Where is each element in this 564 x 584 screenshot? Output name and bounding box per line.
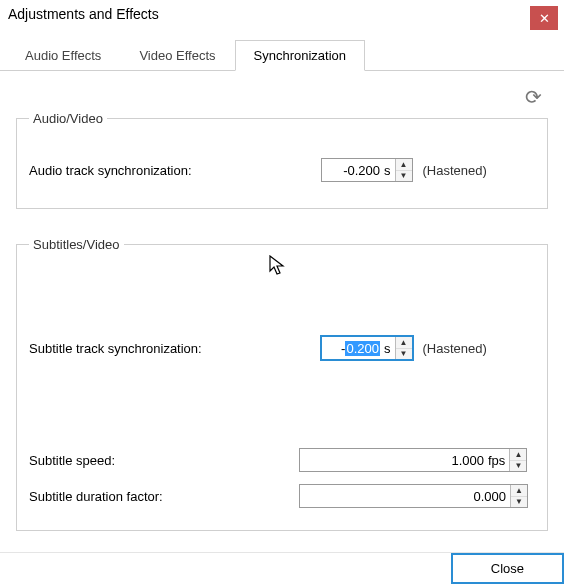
group-subtitles-video-legend: Subtitles/Video <box>29 237 124 252</box>
close-button[interactable]: Close <box>451 553 564 584</box>
audio-sync-status: (Hastened) <box>423 163 487 178</box>
subtitle-speed-spinner: ▲ ▼ <box>509 449 526 471</box>
audio-sync-spinner: ▲ ▼ <box>395 159 412 181</box>
tab-audio-effects[interactable]: Audio Effects <box>6 40 120 70</box>
tab-content: ⟳ Audio/Video Audio track synchronizatio… <box>0 71 564 531</box>
audio-sync-up[interactable]: ▲ <box>396 159 412 171</box>
subtitle-duration-up[interactable]: ▲ <box>511 485 527 497</box>
subtitle-sync-label: Subtitle track synchronization: <box>29 341 279 356</box>
subtitle-duration-down[interactable]: ▼ <box>511 497 527 508</box>
audio-sync-unit: s <box>384 163 395 178</box>
row-subtitle-duration: Subtitle duration factor: ▲ ▼ <box>29 484 535 508</box>
audio-sync-input[interactable] <box>322 159 384 181</box>
subtitle-speed-input[interactable] <box>300 449 488 471</box>
group-audio-video-legend: Audio/Video <box>29 111 107 126</box>
subtitle-sync-selection: 0.200 <box>345 341 380 356</box>
audio-sync-label: Audio track synchronization: <box>29 163 279 178</box>
subtitle-duration-spinner: ▲ ▼ <box>510 485 527 507</box>
tab-video-effects[interactable]: Video Effects <box>120 40 234 70</box>
subtitle-sync-spinbox[interactable]: -0.200 s ▲ ▼ <box>321 336 413 360</box>
bottom-bar: Close <box>0 552 564 584</box>
subtitle-sync-unit: s <box>384 341 395 356</box>
group-audio-video: Audio/Video Audio track synchronization:… <box>16 111 548 209</box>
row-subtitle-sync: Subtitle track synchronization: -0.200 s… <box>29 336 535 360</box>
close-icon[interactable]: ✕ <box>530 6 558 30</box>
audio-sync-down[interactable]: ▼ <box>396 171 412 182</box>
subtitle-duration-input[interactable] <box>300 485 510 507</box>
tab-synchronization[interactable]: Synchronization <box>235 40 366 71</box>
subtitle-sync-spinner: ▲ ▼ <box>395 337 412 359</box>
close-glyph: ✕ <box>539 11 550 26</box>
subtitle-sync-down[interactable]: ▼ <box>396 349 412 360</box>
subtitle-speed-spinbox[interactable]: fps ▲ ▼ <box>299 448 527 472</box>
titlebar: Adjustments and Effects ✕ <box>0 0 564 34</box>
subtitle-duration-spinbox[interactable]: ▲ ▼ <box>299 484 528 508</box>
refresh-icon[interactable]: ⟳ <box>525 85 542 109</box>
subtitle-speed-up[interactable]: ▲ <box>510 449 526 461</box>
group-subtitles-video: Subtitles/Video Subtitle track synchroni… <box>16 237 548 531</box>
tab-bar: Audio Effects Video Effects Synchronizat… <box>0 40 564 71</box>
subtitle-speed-label: Subtitle speed: <box>29 453 279 468</box>
subtitle-sync-status: (Hastened) <box>423 341 487 356</box>
subtitle-sync-up[interactable]: ▲ <box>396 337 412 349</box>
row-subtitle-speed: Subtitle speed: fps ▲ ▼ <box>29 448 535 472</box>
subtitle-sync-input[interactable]: -0.200 <box>322 341 384 356</box>
subtitle-duration-label: Subtitle duration factor: <box>29 489 279 504</box>
row-audio-sync: Audio track synchronization: s ▲ ▼ (Hast… <box>29 158 535 182</box>
audio-sync-spinbox[interactable]: s ▲ ▼ <box>321 158 413 182</box>
subtitle-speed-unit: fps <box>488 453 509 468</box>
subtitle-speed-down[interactable]: ▼ <box>510 461 526 472</box>
window-title: Adjustments and Effects <box>8 6 159 22</box>
